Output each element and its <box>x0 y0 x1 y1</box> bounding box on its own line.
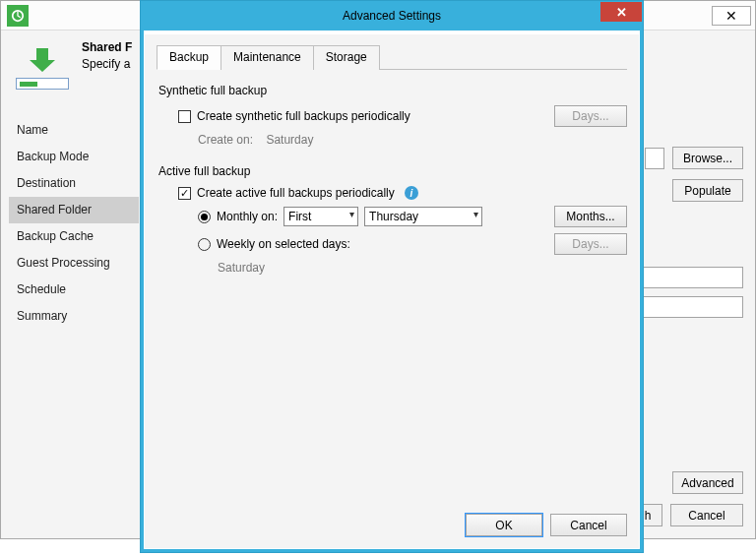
synthetic-days-button[interactable]: Days... <box>554 105 627 127</box>
wizard-nav: Name Backup Mode Destination Shared Fold… <box>9 117 139 330</box>
monthly-day-select-wrap <box>364 207 482 226</box>
weekly-days-button[interactable]: Days... <box>554 233 627 255</box>
advanced-button[interactable]: Advanced <box>672 471 743 494</box>
dialog-close-button[interactable]: ✕ <box>600 2 642 22</box>
nav-backup-cache[interactable]: Backup Cache <box>9 223 139 250</box>
field-1[interactable] <box>635 267 743 288</box>
populate-button[interactable]: Populate <box>672 179 743 202</box>
tab-maintenance[interactable]: Maintenance <box>220 45 314 70</box>
wizard-cancel-button[interactable]: Cancel <box>670 504 743 526</box>
dialog-titlebar: Advanced Settings ✕ <box>141 1 643 31</box>
tab-strip: Backup Maintenance Storage <box>157 44 627 70</box>
info-icon[interactable]: i <box>405 186 418 200</box>
wizard-step-title: Shared F <box>82 40 132 54</box>
monthly-radio[interactable] <box>198 211 211 223</box>
active-checkbox[interactable] <box>178 187 191 200</box>
advanced-settings-dialog: Advanced Settings ✕ Backup Maintenance S… <box>140 0 644 553</box>
cancel-button[interactable]: Cancel <box>550 514 627 536</box>
wizard-footer: h Cancel <box>633 504 743 526</box>
months-button[interactable]: Months... <box>554 206 627 227</box>
tab-backup[interactable]: Backup <box>157 45 221 70</box>
tab-panel-backup: Synthetic full backup Create synthetic f… <box>157 70 627 504</box>
nav-destination[interactable]: Destination <box>9 170 139 197</box>
monthly-day-select[interactable] <box>364 207 482 226</box>
wizard-step-subtitle: Specify a <box>82 57 132 71</box>
path-input-fragment[interactable] <box>645 148 664 169</box>
active-checkbox-label: Create active full backups periodically <box>197 186 395 200</box>
nav-guest-processing[interactable]: Guest Processing <box>9 250 139 277</box>
monthly-ordinal-select-wrap <box>284 207 358 226</box>
dialog-footer: OK Cancel <box>157 504 627 536</box>
synthetic-group-label: Synthetic full backup <box>157 84 627 97</box>
nav-name[interactable]: Name <box>9 117 139 144</box>
nav-backup-mode[interactable]: Backup Mode <box>9 144 139 170</box>
dialog-body: Backup Maintenance Storage Synthetic ful… <box>145 34 639 548</box>
synthetic-create-on-label: Create on: <box>198 133 253 147</box>
nav-schedule[interactable]: Schedule <box>9 277 139 303</box>
weekly-value: Saturday <box>218 261 265 275</box>
nav-shared-folder[interactable]: Shared Folder <box>9 197 139 223</box>
monthly-label: Monthly on: <box>217 210 278 223</box>
shared-folder-icon <box>15 40 70 95</box>
field-2[interactable] <box>635 296 743 318</box>
tab-storage[interactable]: Storage <box>313 45 380 70</box>
browse-button[interactable]: Browse... <box>672 147 743 169</box>
ok-button[interactable]: OK <box>466 514 542 536</box>
monthly-ordinal-select[interactable] <box>284 207 358 226</box>
synthetic-checkbox-label: Create synthetic full backups periodical… <box>197 109 410 123</box>
wizard-header: Shared F Specify a <box>15 40 132 95</box>
wizard-close-button[interactable]: ✕ <box>712 6 751 26</box>
active-group-label: Active full backup <box>157 164 627 178</box>
wizard-title-icon <box>7 5 29 27</box>
dialog-title: Advanced Settings <box>343 9 441 23</box>
nav-summary[interactable]: Summary <box>9 303 139 330</box>
weekly-label: Weekly on selected days: <box>217 237 350 251</box>
weekly-radio[interactable] <box>198 238 211 251</box>
synthetic-create-on-value: Saturday <box>266 133 313 147</box>
synthetic-checkbox[interactable] <box>178 110 191 123</box>
